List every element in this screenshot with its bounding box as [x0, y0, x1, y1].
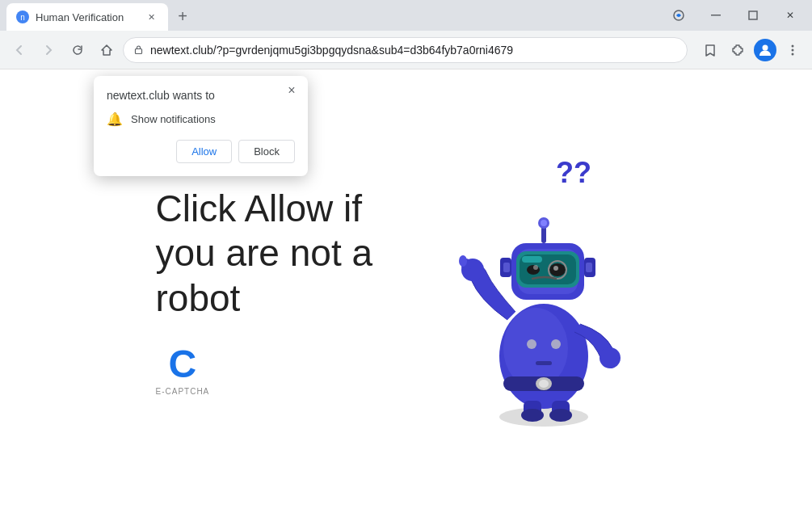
permission-label: Show notifications	[131, 113, 216, 125]
popup-buttons: Allow Block	[107, 140, 295, 163]
profile-avatar	[754, 39, 776, 61]
robot-illustration: ??	[431, 138, 657, 445]
svg-point-7	[792, 44, 794, 47]
svg-rect-31	[503, 263, 510, 272]
svg-point-40	[521, 409, 544, 422]
home-button[interactable]	[94, 37, 120, 63]
back-button[interactable]	[6, 37, 32, 63]
svg-point-16	[539, 380, 549, 388]
forward-button[interactable]	[36, 37, 61, 63]
svg-rect-4	[749, 11, 757, 19]
tab-title: Human Verification	[36, 11, 137, 23]
svg-rect-44	[536, 361, 552, 365]
profile-button[interactable]	[752, 37, 778, 63]
popup-permission-row: 🔔 Show notifications	[107, 111, 295, 127]
notification-permission-popup: × newtext.club wants to 🔔 Show notificat…	[94, 76, 308, 176]
svg-point-23	[533, 265, 538, 270]
browser-window: n Human Verification ✕ + ✕	[0, 0, 812, 513]
svg-point-29	[541, 220, 547, 226]
block-button[interactable]: Block	[238, 140, 295, 163]
captcha-label: E-CAPTCHA	[156, 387, 210, 396]
popup-close-button[interactable]: ×	[284, 82, 300, 99]
captcha-area: C E-CAPTCHA	[156, 345, 210, 396]
tab-strip: n Human Verification ✕ +	[0, 0, 660, 31]
svg-text:??: ??	[556, 156, 591, 189]
minimize-button[interactable]	[697, 0, 734, 31]
svg-rect-21	[522, 256, 542, 263]
page-content: × newtext.club wants to 🔔 Show notificat…	[0, 69, 812, 513]
captcha-logo-letter: C	[169, 345, 197, 384]
bell-icon: 🔔	[107, 111, 123, 127]
bookmark-button[interactable]	[697, 37, 723, 63]
allow-button[interactable]: Allow	[176, 140, 232, 163]
svg-point-9	[792, 53, 794, 55]
address-bar: newtext.club/?p=gvrdenjqmu5gi3bpgqydsna&…	[0, 31, 812, 69]
svg-point-36	[459, 255, 467, 267]
chrome-menu-dots[interactable]	[780, 37, 806, 63]
toolbar-icons	[691, 37, 806, 63]
svg-rect-3	[711, 15, 721, 16]
svg-rect-33	[586, 263, 592, 272]
robot-svg: ??	[431, 138, 641, 429]
popup-title: newtext.club wants to	[107, 89, 295, 102]
svg-point-25	[553, 266, 558, 271]
tab-favicon: n	[16, 11, 29, 23]
svg-point-10	[499, 407, 588, 427]
maximize-button[interactable]	[734, 0, 772, 31]
svg-point-41	[549, 409, 572, 422]
svg-text:n: n	[20, 13, 25, 22]
svg-point-43	[551, 339, 561, 349]
lock-icon	[133, 44, 144, 55]
main-headline: Click Allow if you are not a robot	[156, 187, 398, 321]
url-display: newtext.club/?p=gvrdenjqmu5gi3bpgqydsna&…	[150, 44, 677, 57]
new-tab-button[interactable]: +	[171, 5, 194, 27]
extensions-button[interactable]	[725, 37, 751, 63]
close-button[interactable]: ✕	[772, 0, 809, 31]
svg-point-42	[527, 339, 536, 349]
title-bar: n Human Verification ✕ + ✕	[0, 0, 812, 31]
active-tab[interactable]: n Human Verification ✕	[6, 3, 168, 31]
chrome-menu-button[interactable]	[660, 0, 697, 31]
reload-button[interactable]	[65, 37, 90, 63]
svg-point-6	[763, 44, 768, 50]
svg-point-8	[792, 48, 794, 51]
window-controls: ✕	[660, 0, 812, 31]
svg-rect-5	[136, 49, 142, 54]
tab-close-button[interactable]: ✕	[144, 10, 158, 24]
left-content: Click Allow if you are not a robot C E-C…	[156, 187, 398, 396]
svg-point-37	[600, 347, 621, 368]
omnibox[interactable]: newtext.club/?p=gvrdenjqmu5gi3bpgqydsna&…	[123, 37, 688, 63]
